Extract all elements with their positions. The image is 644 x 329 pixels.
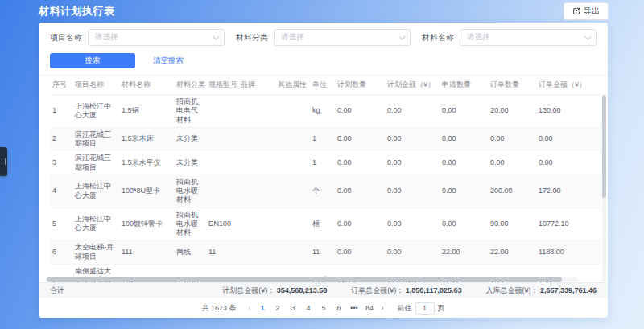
- horizontal-scrollbar: [47, 277, 578, 282]
- page-number[interactable]: 84: [364, 302, 376, 315]
- filter-material: 材料名称 请选择: [422, 29, 597, 46]
- table-cell: 11: [206, 241, 238, 265]
- table-cell: 0.00: [536, 151, 601, 175]
- table-cell: 22.00: [440, 241, 488, 265]
- table-cell: 200.00: [488, 175, 536, 208]
- column-header: 单位: [310, 76, 335, 95]
- table-cell: 5: [50, 208, 72, 241]
- table-cell: 0.00: [536, 127, 601, 151]
- goto-suffix: 页: [438, 303, 445, 314]
- column-header: 申请数量: [440, 76, 488, 95]
- table-row: 6太空电梯-月球项目111网线11110.000.0022.0022.00118…: [50, 241, 601, 265]
- goto-page-input[interactable]: [415, 302, 435, 315]
- table-cell: 未分类: [174, 127, 206, 151]
- table-cell: 4: [50, 175, 72, 208]
- page-number[interactable]: 4: [303, 302, 315, 315]
- filter-project: 项目名称 请选择: [50, 29, 225, 46]
- table-row: 3滨江花城三期项目1.5米水平仪未分类10.000.000.000.000.00: [50, 151, 601, 175]
- table-cell: 0.00: [385, 151, 440, 175]
- vertical-scrollbar-thumb[interactable]: [602, 95, 606, 198]
- table-row: 5上海松江中心大厦100镀锌管卡招商机电水暖材料DN100根0.000.000.…: [50, 208, 601, 241]
- table-cell: 0.00: [440, 151, 488, 175]
- material-name-placeholder: 请选择: [467, 32, 490, 43]
- table-cell: 3: [50, 151, 72, 175]
- table-cell: 1.5米水平仪: [119, 151, 174, 175]
- summary-totals: 计划总金额(¥)： 354,568,213.58订单总金额(¥)： 1,050,…: [222, 286, 597, 296]
- table-cell: [275, 241, 310, 265]
- materials-table: 序号项目名称材料名称材料分类规格型号品牌其他属性单位计划数量计划金额（¥）申请数…: [50, 76, 601, 282]
- table-cell: 滨江花城三期项目: [72, 151, 119, 175]
- page-number[interactable]: 1: [257, 302, 269, 315]
- table-cell: 0.00: [385, 175, 440, 208]
- filter-category: 材料分类 请选择: [236, 29, 411, 46]
- table-cell: 0.00: [440, 127, 488, 151]
- column-header: 规格型号: [206, 76, 238, 95]
- table-cell: 172.00: [536, 175, 601, 208]
- project-name-label: 项目名称: [50, 32, 82, 43]
- sidebar-toggle-handle[interactable]: [0, 147, 7, 176]
- table-header-row: 序号项目名称材料名称材料分类规格型号品牌其他属性单位计划数量计划金额（¥）申请数…: [50, 76, 601, 95]
- export-icon: [572, 7, 580, 15]
- goto-prefix: 前往: [398, 303, 412, 314]
- filter-section: 项目名称 请选择 材料分类 请选择 材料名称 请选择: [39, 23, 608, 75]
- table-cell: 100*8U型卡: [119, 175, 174, 208]
- chevron-down-icon: [398, 33, 405, 39]
- column-header: 项目名称: [72, 76, 119, 95]
- table-cell: 0.00: [335, 127, 385, 151]
- table-cell: 22.00: [488, 241, 536, 265]
- table-cell: [238, 175, 275, 208]
- title-bar: 材料计划执行表 导出: [39, 0, 609, 23]
- page-number[interactable]: 3: [287, 302, 299, 315]
- export-label: 导出: [584, 6, 600, 17]
- column-header: 其他属性: [275, 76, 310, 95]
- table-cell: 个: [310, 175, 335, 208]
- column-header: 订单金额（¥）: [536, 76, 601, 95]
- table-cell: [238, 241, 275, 265]
- project-name-select[interactable]: 请选择: [88, 29, 225, 46]
- material-category-select[interactable]: 请选择: [274, 29, 411, 46]
- next-page-icon[interactable]: ›: [379, 304, 386, 312]
- table-cell: 上海松江中心大厦: [72, 95, 119, 128]
- table-cell: 6: [50, 241, 72, 265]
- summary-total-item: 入库总金额(¥)： 2,657,339,761.46: [485, 286, 597, 296]
- clear-search-link[interactable]: 清空搜索: [153, 56, 184, 66]
- table-cell: 网线: [174, 241, 206, 265]
- summary-total-item: 计划总金额(¥)： 354,568,213.58: [222, 286, 327, 296]
- search-button[interactable]: 搜索: [50, 53, 135, 68]
- table-row: 1上海松江中心大厦1.5钢招商机电电气材料kg0.000.000.0020.00…: [50, 95, 601, 128]
- page-number[interactable]: 5: [318, 302, 330, 315]
- goto-page: 前往 页: [398, 302, 445, 315]
- table-cell: 90.00: [488, 208, 536, 241]
- page-number[interactable]: 6: [333, 302, 345, 315]
- table-cell: 招商机电水暖材料: [174, 208, 206, 241]
- page-number[interactable]: 2: [272, 302, 284, 315]
- table-cell: [275, 151, 310, 175]
- table-cell: 未分类: [174, 151, 206, 175]
- export-button[interactable]: 导出: [564, 2, 609, 20]
- table-cell: 100镀锌管卡: [119, 208, 174, 241]
- material-name-select[interactable]: 请选择: [460, 29, 597, 46]
- table-row: 2滨江花城三期项目1.5米木床未分类10.000.000.000.000.00: [50, 127, 601, 151]
- main-panel: 项目名称 请选择 材料分类 请选择 材料名称 请选择: [39, 23, 608, 318]
- material-name-label: 材料名称: [422, 32, 454, 43]
- table-row: 4上海松江中心大厦100*8U型卡招商机电水暖材料个0.000.000.0020…: [50, 175, 601, 208]
- column-header: 订单数量: [488, 76, 536, 95]
- horizontal-scrollbar-thumb[interactable]: [47, 277, 562, 282]
- page-ellipsis[interactable]: •••: [349, 302, 361, 315]
- table-cell: 0.00: [440, 208, 488, 241]
- project-name-placeholder: 请选择: [95, 32, 118, 43]
- table-cell: 10772.10: [536, 208, 601, 241]
- table-cell: 130.00: [536, 95, 601, 128]
- table-cell: 根: [310, 208, 335, 241]
- vertical-scrollbar: [602, 95, 606, 282]
- table-cell: kg: [310, 95, 335, 128]
- table-cell: 20.00: [488, 95, 536, 128]
- table-cell: [275, 95, 310, 128]
- prev-page-icon[interactable]: ‹: [246, 304, 254, 312]
- table-cell: [206, 175, 238, 208]
- summary-total-item: 订单总金额(¥)： 1,050,117,025.63: [351, 286, 461, 296]
- table-cell: 0.00: [335, 241, 385, 265]
- material-category-label: 材料分类: [236, 32, 268, 43]
- table-cell: 0.00: [335, 208, 385, 241]
- table-cell: 0.00: [385, 208, 440, 241]
